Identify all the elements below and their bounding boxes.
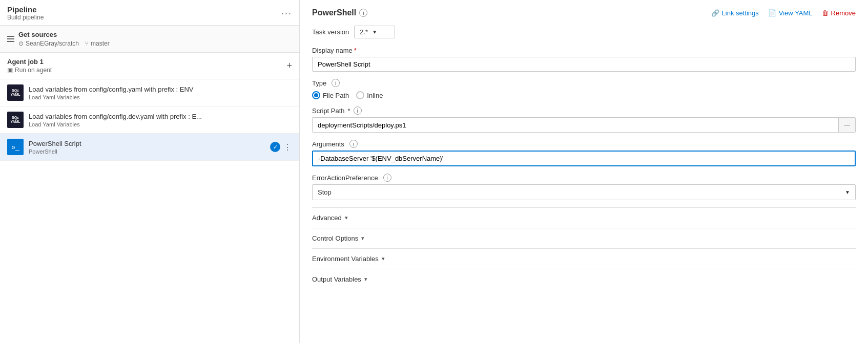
control-options-label: Control Options <box>312 234 358 242</box>
add-task-button[interactable]: + <box>286 60 292 71</box>
script-path-info-icon[interactable]: i <box>354 106 362 115</box>
link-settings-button[interactable]: 🔗 Link settings <box>711 9 759 17</box>
environment-variables-chevron: ▾ <box>382 255 385 262</box>
script-path-browse-button[interactable]: ··· <box>838 118 855 132</box>
task-info: Load variables from config/config.yaml w… <box>29 85 292 100</box>
link-icon: 🔗 <box>711 9 719 17</box>
script-path-label-row: Script Path * i <box>312 106 856 115</box>
radio-filepath[interactable]: File Path <box>312 91 349 99</box>
radio-filepath-label: File Path <box>323 92 349 99</box>
get-sources-info: Get sources ⊙ SeanEGray/scratch ⑂ master <box>18 31 292 47</box>
environment-variables-section: Environment Variables ▾ <box>312 248 856 269</box>
panel-top-bar: PowerShell i 🔗 Link settings 📄 View YAML… <box>312 8 856 17</box>
script-path-input[interactable] <box>313 118 838 132</box>
task-version-select[interactable]: 2.* ▼ <box>354 26 395 38</box>
advanced-chevron: ▾ <box>345 215 348 221</box>
error-action-info-icon[interactable]: i <box>383 174 391 182</box>
branch-meta: ⑂ master <box>85 40 110 47</box>
task-info: Load variables from config/config.dev.ya… <box>29 113 292 127</box>
hamburger-icon[interactable] <box>7 36 14 42</box>
radio-inline[interactable]: Inline <box>356 91 383 99</box>
error-action-dropdown[interactable]: Stop ▼ <box>312 184 856 200</box>
remove-button[interactable]: 🗑 Remove <box>822 9 856 17</box>
task-context-menu[interactable]: ⋮ <box>283 142 292 152</box>
output-variables-section: Output Variables ▾ <box>312 269 856 289</box>
advanced-section: Advanced ▾ <box>312 207 856 228</box>
display-name-input[interactable] <box>312 57 856 72</box>
yaml-icon: 📄 <box>768 9 776 17</box>
view-yaml-button[interactable]: 📄 View YAML <box>768 9 813 17</box>
control-options-section: Control Options ▾ <box>312 228 856 248</box>
output-variables-chevron: ▾ <box>364 276 367 283</box>
output-variables-header[interactable]: Output Variables ▾ <box>312 275 856 283</box>
task-actions: ✓ ⋮ <box>270 142 292 152</box>
error-action-chevron: ▼ <box>845 189 850 195</box>
error-action-value: Stop <box>318 188 332 196</box>
radio-inline-circle <box>356 91 364 99</box>
branch-name: master <box>91 40 110 47</box>
output-variables-label: Output Variables <box>312 275 361 283</box>
advanced-header[interactable]: Advanced ▾ <box>312 214 856 222</box>
display-name-label: Display name * <box>312 47 856 54</box>
get-sources-meta: ⊙ SeanEGray/scratch ⑂ master <box>18 40 292 47</box>
agent-job-subtitle: ▣ Run on agent <box>7 67 52 74</box>
task-version-label: Task version <box>312 28 349 36</box>
advanced-label: Advanced <box>312 214 342 222</box>
repo-meta: ⊙ SeanEGray/scratch <box>18 40 79 47</box>
type-label: Type <box>312 79 326 87</box>
panel-info-icon[interactable]: i <box>359 9 367 17</box>
agent-icon: ▣ <box>7 67 13 74</box>
script-path-section: Script Path * i ··· <box>312 106 856 133</box>
agent-job-info: Agent job 1 ▣ Run on agent <box>7 58 52 74</box>
environment-variables-header[interactable]: Environment Variables ▾ <box>312 255 856 263</box>
panel-title-text: PowerShell <box>312 8 356 17</box>
control-options-header[interactable]: Control Options ▾ <box>312 234 856 242</box>
task-check-icon: ✓ <box>270 142 280 152</box>
task-yaml-icon: SQsYAML <box>7 112 24 128</box>
version-value: 2.* <box>360 28 368 36</box>
script-path-input-group: ··· <box>312 117 856 133</box>
task-name: Load variables from config/config.yaml w… <box>29 85 292 93</box>
arguments-section: Arguments i <box>312 140 856 166</box>
pipeline-subtitle: Build pipeline <box>7 14 44 21</box>
left-panel: Pipeline Build pipeline ... Get sources … <box>0 0 300 343</box>
task-item[interactable]: SQsYAML Load variables from config/confi… <box>0 106 299 134</box>
display-name-section: Display name * <box>312 47 856 72</box>
task-name: PowerShell Script <box>29 140 265 147</box>
panel-title: PowerShell i <box>312 8 367 17</box>
type-radio-group: File Path Inline <box>312 91 856 99</box>
task-item[interactable]: SQsYAML Load variables from config/confi… <box>0 79 299 106</box>
script-path-required: * <box>348 107 350 115</box>
task-type: Load Yaml Variables <box>29 121 292 127</box>
radio-inline-label: Inline <box>367 92 383 99</box>
agent-job-title: Agent job 1 <box>7 58 52 66</box>
version-chevron: ▼ <box>372 29 377 35</box>
task-ps-icon: »_ <box>7 139 24 155</box>
type-info-icon[interactable]: i <box>332 79 340 87</box>
pipeline-header: Pipeline Build pipeline ... <box>0 0 299 26</box>
environment-variables-label: Environment Variables <box>312 255 379 263</box>
pipeline-title-group: Pipeline Build pipeline <box>7 5 44 21</box>
arguments-info-icon[interactable]: i <box>349 140 358 148</box>
get-sources-section: Get sources ⊙ SeanEGray/scratch ⑂ master <box>0 26 299 53</box>
task-type: Load Yaml Variables <box>29 94 292 100</box>
pipeline-title: Pipeline <box>7 5 44 14</box>
display-name-required: * <box>354 47 357 54</box>
task-info: PowerShell Script PowerShell <box>29 140 265 155</box>
pipeline-dots-menu[interactable]: ... <box>281 6 292 17</box>
task-type: PowerShell <box>29 148 265 155</box>
branch-icon: ⑂ <box>85 40 89 47</box>
agent-job-section: Agent job 1 ▣ Run on agent + SQsYAML Loa… <box>0 53 299 161</box>
arguments-label: Arguments <box>312 140 344 148</box>
task-version-row: Task version 2.* ▼ <box>312 26 856 38</box>
task-name: Load variables from config/config.dev.ya… <box>29 113 292 120</box>
repo-name: SeanEGray/scratch <box>26 40 79 47</box>
task-list: SQsYAML Load variables from config/confi… <box>0 79 299 161</box>
control-options-chevron: ▾ <box>361 235 364 242</box>
arguments-input[interactable] <box>312 151 856 166</box>
repo-icon: ⊙ <box>18 40 24 47</box>
trash-icon: 🗑 <box>822 9 829 17</box>
task-item-powershell[interactable]: »_ PowerShell Script PowerShell ✓ ⋮ <box>0 134 299 161</box>
get-sources-title: Get sources <box>18 31 292 38</box>
task-yaml-icon: SQsYAML <box>7 84 24 101</box>
